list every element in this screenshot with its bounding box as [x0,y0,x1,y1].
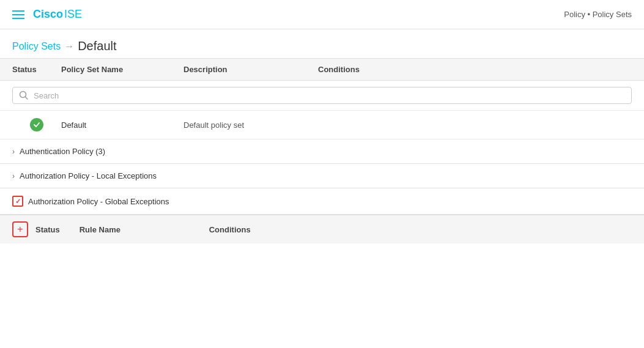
chevron-right-icon: › [12,172,15,180]
plus-icon: + [17,224,23,234]
status-badge-active [30,118,43,131]
col-header-status: Status [12,65,61,74]
row-policy-name: Default [61,120,183,130]
section-authentication-policy[interactable]: › Authentication Policy (3) [0,139,644,164]
svg-line-1 [26,97,28,100]
main-content: Status Policy Set Name Description Condi… [0,58,644,256]
search-row [0,81,644,111]
expanded-panel-header: + Status Rule Name Conditions [0,215,644,243]
breadcrumb-current: Default [78,39,116,53]
top-nav: Cisco ISE Policy • Policy Sets [0,0,644,29]
logo-ise: ISE [64,8,82,21]
section-label: Authorization Policy - Local Exceptions [20,171,157,180]
search-wrapper[interactable] [12,87,632,104]
logo: Cisco ISE [33,8,82,21]
panel-col-conditions: Conditions [209,225,251,234]
col-header-description: Description [183,65,318,74]
hamburger-menu[interactable] [12,10,24,19]
breadcrumb-arrow: → [64,41,74,52]
checkmark-icon [33,121,40,128]
logo-cisco: Cisco [33,8,63,21]
checkbox-red[interactable]: ✓ [12,196,23,207]
section-label: Authorization Policy - Global Exceptions [28,197,169,206]
search-icon [19,91,29,100]
col-header-conditions: Conditions [318,65,632,74]
table-row: Default Default policy set [0,111,644,139]
col-header-name: Policy Set Name [61,65,183,74]
expanded-panel: + Status Rule Name Conditions [0,215,644,243]
breadcrumb-link[interactable]: Policy Sets [12,41,61,52]
row-description: Default policy set [183,120,318,130]
section-authorization-global[interactable]: ✓ Authorization Policy - Global Exceptio… [0,188,644,215]
checkmark-icon: ✓ [15,198,21,205]
breadcrumb: Policy Sets → Default [0,29,644,58]
nav-left: Cisco ISE [12,8,82,21]
section-label: Authentication Policy (3) [20,147,105,156]
panel-col-rule-name: Rule Name [80,225,202,234]
chevron-right-icon: › [12,147,15,156]
section-authorization-local[interactable]: › Authorization Policy - Local Exception… [0,164,644,188]
table-header: Status Policy Set Name Description Condi… [0,58,644,81]
nav-breadcrumb-right: Policy • Policy Sets [564,10,632,19]
add-rule-button[interactable]: + [12,221,28,237]
row-status [12,118,61,131]
search-input[interactable] [34,91,625,100]
panel-col-status: Status [35,225,60,234]
